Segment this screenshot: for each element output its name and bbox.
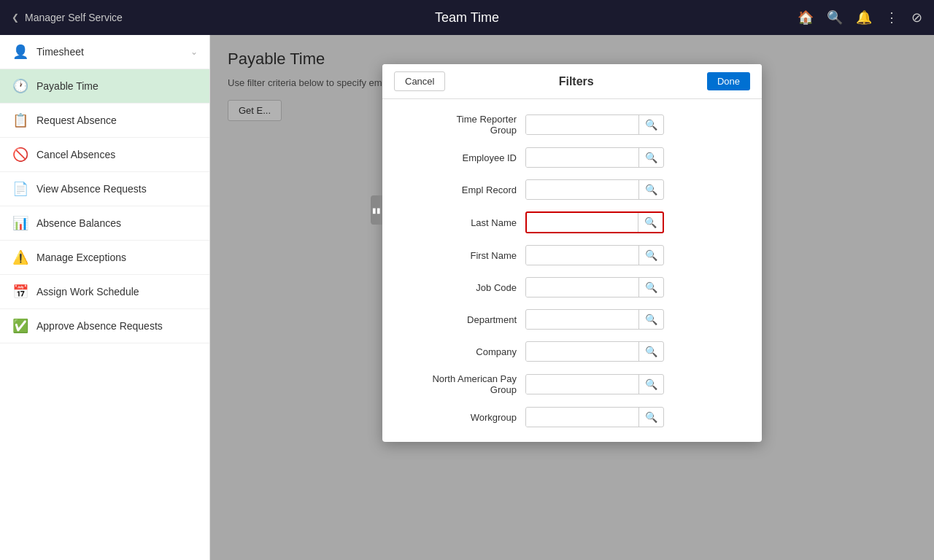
last-name-input-wrap: 🔍 xyxy=(525,211,664,233)
sidebar-item-label: Payable Time xyxy=(36,80,99,92)
time-reporter-group-search-button[interactable]: 🔍 xyxy=(638,115,663,134)
north-american-pay-group-search-button[interactable]: 🔍 xyxy=(638,375,663,394)
employee-id-label: Employee ID xyxy=(400,152,517,163)
cancel-button[interactable]: Cancel xyxy=(394,71,445,91)
bell-icon[interactable]: 🔔 xyxy=(856,9,872,26)
job-code-search-button[interactable]: 🔍 xyxy=(638,278,663,297)
first-name-search-button[interactable]: 🔍 xyxy=(638,246,663,265)
sidebar-item-request-absence[interactable]: 📋 Request Absence xyxy=(0,104,209,138)
payable-time-icon: 🕐 xyxy=(12,78,29,94)
department-label: Department xyxy=(400,314,517,325)
sidebar-item-label: Approve Absence Requests xyxy=(36,320,163,332)
assign-schedule-icon: 📅 xyxy=(12,284,29,300)
topbar-actions: 🏠 🔍 🔔 ⋮ ⊘ xyxy=(798,9,922,26)
last-name-input[interactable] xyxy=(527,214,638,232)
back-chevron-icon: ❮ xyxy=(12,12,19,23)
department-input-wrap: 🔍 xyxy=(525,309,664,330)
filter-row-department: Department 🔍 xyxy=(382,303,762,335)
absence-balances-icon: 📊 xyxy=(12,215,29,231)
filter-row-empl-record: Empl Record 🔍 xyxy=(382,174,762,206)
sidebar-item-approve-absence-requests[interactable]: ✅ Approve Absence Requests xyxy=(0,309,209,343)
company-search-button[interactable]: 🔍 xyxy=(638,342,663,361)
last-name-label: Last Name xyxy=(400,217,517,228)
sidebar-item-manage-exceptions[interactable]: ⚠️ Manage Exceptions xyxy=(0,241,209,275)
search-icon[interactable]: 🔍 xyxy=(827,9,843,26)
company-label: Company xyxy=(400,346,517,357)
collapse-handle[interactable]: ▮▮ xyxy=(371,195,382,225)
job-code-input-wrap: 🔍 xyxy=(525,277,664,298)
chevron-down-icon: ⌄ xyxy=(190,47,198,57)
time-reporter-group-label: Time ReporterGroup xyxy=(400,114,517,136)
workgroup-search-button[interactable]: 🔍 xyxy=(638,408,663,427)
sidebar-item-view-absence-requests[interactable]: 📄 View Absence Requests xyxy=(0,172,209,206)
sidebar-item-label: Assign Work Schedule xyxy=(36,286,139,298)
sidebar: 👤 Timesheet ⌄ 🕐 Payable Time 📋 Request A… xyxy=(0,35,210,560)
empl-record-search-button[interactable]: 🔍 xyxy=(638,180,663,199)
last-name-search-button[interactable]: 🔍 xyxy=(638,213,663,232)
workgroup-input-wrap: 🔍 xyxy=(525,407,664,427)
modal-header: Cancel Filters Done xyxy=(382,64,762,99)
time-reporter-group-input-wrap: 🔍 xyxy=(525,114,664,135)
sidebar-item-label: Request Absence xyxy=(36,114,117,126)
first-name-input-wrap: 🔍 xyxy=(525,245,664,265)
filter-row-north-american-pay-group: North American PayGroup 🔍 xyxy=(382,368,762,401)
sidebar-item-label: Cancel Absences xyxy=(36,149,115,160)
filter-row-company: Company 🔍 xyxy=(382,335,762,368)
topbar: ❮ Manager Self Service Team Time 🏠 🔍 🔔 ⋮… xyxy=(0,0,934,35)
sidebar-item-timesheet[interactable]: 👤 Timesheet ⌄ xyxy=(0,35,209,69)
sidebar-item-label: Manage Exceptions xyxy=(36,252,126,263)
view-absence-icon: 📄 xyxy=(12,181,29,197)
main-layout: 👤 Timesheet ⌄ 🕐 Payable Time 📋 Request A… xyxy=(0,35,934,560)
timesheet-icon: 👤 xyxy=(12,44,29,60)
sidebar-item-label: View Absence Requests xyxy=(36,183,147,195)
sidebar-item-payable-time[interactable]: 🕐 Payable Time xyxy=(0,69,209,104)
modal-body: Time ReporterGroup 🔍 Employee ID 🔍 xyxy=(382,99,762,442)
main-content: Payable Time Use filter criteria below t… xyxy=(210,35,934,560)
company-input[interactable] xyxy=(526,343,638,361)
sidebar-item-label: Absence Balances xyxy=(36,217,121,229)
modal-title: Filters xyxy=(445,75,706,88)
employee-id-input-wrap: 🔍 xyxy=(525,147,664,168)
empl-record-input-wrap: 🔍 xyxy=(525,179,664,200)
sidebar-item-cancel-absences[interactable]: 🚫 Cancel Absences xyxy=(0,138,209,172)
first-name-label: First Name xyxy=(400,250,517,261)
filter-row-last-name: Last Name 🔍 xyxy=(382,206,762,239)
employee-id-input[interactable] xyxy=(526,149,638,167)
north-american-pay-group-input[interactable] xyxy=(526,376,638,394)
employee-id-search-button[interactable]: 🔍 xyxy=(638,148,663,167)
workgroup-label: Workgroup xyxy=(400,412,517,423)
north-american-pay-group-label: North American PayGroup xyxy=(400,373,517,395)
sidebar-item-absence-balances[interactable]: 📊 Absence Balances xyxy=(0,206,209,241)
back-label: Manager Self Service xyxy=(25,12,123,23)
filter-row-employee-id: Employee ID 🔍 xyxy=(382,141,762,174)
workgroup-input[interactable] xyxy=(526,408,638,427)
approve-absence-icon: ✅ xyxy=(12,318,29,334)
job-code-label: Job Code xyxy=(400,282,517,293)
cancel-absences-icon: 🚫 xyxy=(12,147,29,163)
job-code-input[interactable] xyxy=(526,279,638,297)
request-absence-icon: 📋 xyxy=(12,112,29,128)
back-button[interactable]: ❮ Manager Self Service xyxy=(12,12,123,23)
department-search-button[interactable]: 🔍 xyxy=(638,310,663,329)
menu-icon[interactable]: ⋮ xyxy=(885,9,898,26)
block-icon[interactable]: ⊘ xyxy=(911,9,922,26)
modal-overlay: ▮▮ Cancel Filters Done Time ReporterGrou… xyxy=(210,35,934,560)
company-input-wrap: 🔍 xyxy=(525,341,664,362)
first-name-input[interactable] xyxy=(526,246,638,265)
sidebar-item-assign-work-schedule[interactable]: 📅 Assign Work Schedule xyxy=(0,275,209,309)
filter-row-workgroup: Workgroup 🔍 xyxy=(382,401,762,433)
sidebar-item-label: Timesheet xyxy=(36,46,84,58)
home-icon[interactable]: 🏠 xyxy=(798,9,814,26)
empl-record-input[interactable] xyxy=(526,181,638,199)
done-button[interactable]: Done xyxy=(707,72,750,90)
empl-record-label: Empl Record xyxy=(400,184,517,195)
manage-exceptions-icon: ⚠️ xyxy=(12,249,29,265)
filter-row-first-name: First Name 🔍 xyxy=(382,239,762,271)
app-title: Team Time xyxy=(435,10,499,26)
department-input[interactable] xyxy=(526,311,638,329)
time-reporter-group-input[interactable] xyxy=(526,116,638,134)
filters-modal: Cancel Filters Done Time ReporterGroup 🔍 xyxy=(382,64,762,442)
filter-row-time-reporter-group: Time ReporterGroup 🔍 xyxy=(382,108,762,141)
north-american-pay-group-input-wrap: 🔍 xyxy=(525,374,664,394)
filter-row-job-code: Job Code 🔍 xyxy=(382,271,762,303)
